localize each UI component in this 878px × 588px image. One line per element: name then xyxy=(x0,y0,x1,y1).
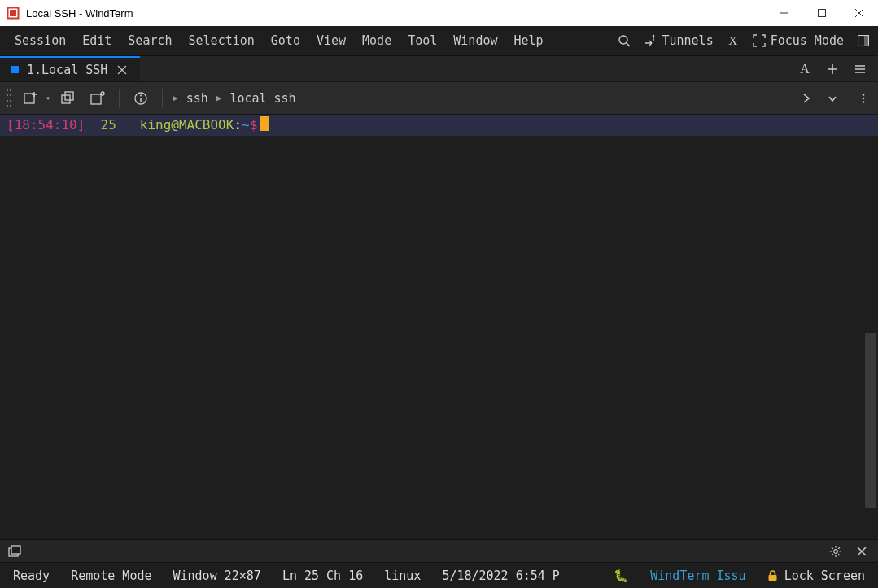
menu-help[interactable]: Help xyxy=(506,28,552,53)
tab-close-button[interactable] xyxy=(116,65,129,75)
menu-edit[interactable]: Edit xyxy=(74,28,120,53)
breadcrumb-item[interactable]: ssh xyxy=(186,91,208,106)
tunnels-button[interactable]: Tunnels xyxy=(640,32,716,50)
terminal-line: [18:54:10] 25 king@ MACBOOK: ~ $ xyxy=(0,115,878,136)
svg-point-4 xyxy=(653,35,655,37)
svg-rect-10 xyxy=(91,94,101,104)
prompt-path: ~ xyxy=(242,116,250,134)
svg-rect-20 xyxy=(768,575,776,581)
menu-goto[interactable]: Goto xyxy=(263,28,308,53)
worm-icon: 🐛 xyxy=(614,568,629,583)
window-titlebar: Local SSH - WindTerm xyxy=(0,0,878,26)
svg-rect-2 xyxy=(819,10,826,17)
status-remote-mode[interactable]: Remote Mode xyxy=(71,568,151,583)
status-issues-link[interactable]: WindTerm Issu xyxy=(650,568,745,583)
menu-view[interactable]: View xyxy=(308,28,354,53)
app-logo-icon xyxy=(7,7,20,20)
svg-rect-1 xyxy=(10,10,16,16)
status-caret-pos[interactable]: Ln 25 Ch 16 xyxy=(282,568,363,583)
session-tabbar: 1.Local SSH A xyxy=(0,56,878,82)
terminal-viewport[interactable]: [18:54:10] 25 king@ MACBOOK: ~ $ xyxy=(0,115,878,539)
prompt-symbol: $ xyxy=(250,116,258,134)
status-ready: Ready xyxy=(13,568,50,583)
svg-rect-8 xyxy=(62,95,70,103)
chevron-right-icon: ▶ xyxy=(173,93,178,103)
svg-rect-9 xyxy=(65,92,73,100)
menu-search[interactable]: Search xyxy=(120,28,180,53)
panel-close-button[interactable] xyxy=(854,543,870,560)
status-datetime: 5/18/2022 6:54 P xyxy=(442,568,560,583)
svg-point-11 xyxy=(101,92,104,95)
popout-window-button[interactable] xyxy=(86,87,109,110)
duplicate-window-button[interactable] xyxy=(57,87,80,110)
chevron-right-icon: ▶ xyxy=(216,93,222,103)
prompt-timestamp: [18:54:10] xyxy=(7,116,85,134)
info-icon[interactable] xyxy=(129,87,152,110)
status-window-dims: Window 22×87 xyxy=(173,568,261,583)
tab-overflow-menu-button[interactable] xyxy=(852,61,868,77)
menu-tool[interactable]: Tool xyxy=(400,28,445,53)
panel-stack-icon[interactable] xyxy=(8,545,21,558)
session-toolbar: ▾ ▶ ssh ▶ local ssh xyxy=(0,82,878,115)
svg-rect-18 xyxy=(11,546,20,554)
breadcrumb-dropdown-button[interactable] xyxy=(824,90,841,107)
toolbar-divider xyxy=(162,89,163,108)
tunnels-label: Tunnels xyxy=(662,33,713,48)
window-close-button[interactable] xyxy=(841,0,878,26)
menu-session[interactable]: Session xyxy=(7,28,74,53)
focus-mode-icon xyxy=(753,34,766,47)
port-forward-icon xyxy=(644,34,657,47)
toolbar-grip-icon[interactable] xyxy=(7,89,13,107)
tab-label: 1.Local SSH xyxy=(27,63,107,77)
tab-active-indicator-icon xyxy=(11,66,19,73)
svg-point-14 xyxy=(863,94,865,96)
new-tab-button[interactable] xyxy=(824,61,841,77)
chevron-down-icon[interactable]: ▾ xyxy=(46,94,50,102)
font-settings-button[interactable]: A xyxy=(797,61,813,77)
lock-screen-label: Lock Screen xyxy=(784,568,865,583)
menu-window[interactable]: Window xyxy=(445,28,505,53)
window-title: Local SSH - WindTerm xyxy=(26,7,133,20)
scrollbar-thumb[interactable] xyxy=(865,333,876,508)
focus-mode-button[interactable]: Focus Mode xyxy=(749,32,847,50)
svg-rect-7 xyxy=(24,94,34,103)
bottom-panel-header xyxy=(0,539,878,562)
focus-mode-label: Focus Mode xyxy=(771,33,844,48)
toolbar-divider xyxy=(119,89,120,108)
svg-point-19 xyxy=(834,549,838,553)
prompt-line-number: 25 xyxy=(101,116,116,134)
window-minimize-button[interactable] xyxy=(766,0,803,26)
breadcrumb-item[interactable]: local ssh xyxy=(229,91,295,106)
svg-point-16 xyxy=(863,101,865,103)
prompt-host: MACBOOK xyxy=(179,116,234,134)
layout-panel-icon[interactable] xyxy=(855,33,871,49)
window-maximize-button[interactable] xyxy=(803,0,841,26)
prompt-user: king xyxy=(140,116,172,134)
status-os: linux xyxy=(384,568,421,583)
tab-local-ssh[interactable]: 1.Local SSH xyxy=(0,56,140,81)
svg-point-3 xyxy=(619,36,627,44)
x-command-icon[interactable]: X xyxy=(725,33,741,49)
breadcrumb-go-button[interactable] xyxy=(798,90,815,107)
terminal-cursor xyxy=(260,116,269,131)
menu-mode[interactable]: Mode xyxy=(354,28,400,53)
menubar: Session Edit Search Selection Goto View … xyxy=(0,26,878,56)
breadcrumb[interactable]: ▶ ssh ▶ local ssh xyxy=(173,91,296,106)
lock-icon xyxy=(767,570,778,581)
new-window-button[interactable] xyxy=(20,87,42,110)
menu-selection[interactable]: Selection xyxy=(181,28,263,53)
svg-rect-6 xyxy=(864,36,869,46)
status-bar: Ready Remote Mode Window 22×87 Ln 25 Ch … xyxy=(0,562,878,588)
more-vertical-icon[interactable] xyxy=(855,90,871,107)
svg-point-13 xyxy=(140,94,142,96)
lock-screen-button[interactable]: Lock Screen xyxy=(767,568,865,583)
search-icon[interactable] xyxy=(616,33,632,49)
panel-settings-button[interactable] xyxy=(828,543,844,560)
svg-point-15 xyxy=(863,97,865,99)
